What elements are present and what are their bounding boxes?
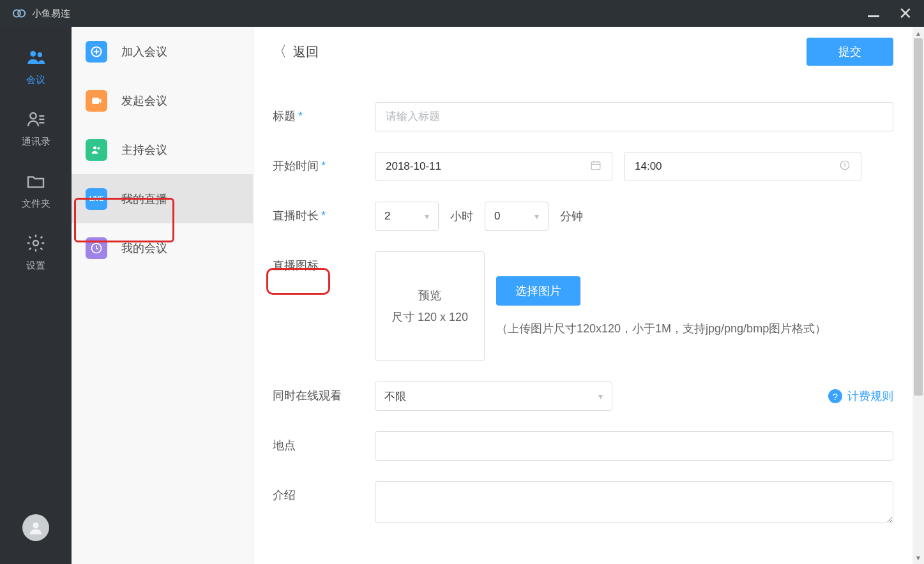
select-value: 不限 [384, 389, 406, 404]
nav-item-folder[interactable]: 文件夹 [22, 168, 50, 210]
sidebar-item-label: 我的会议 [121, 241, 167, 256]
avatar[interactable] [22, 514, 49, 541]
svg-point-2 [30, 51, 36, 57]
sidebar-item-join-meeting[interactable]: 加入会议 [72, 27, 253, 76]
titlebar: 小鱼易连 ✕ [0, 0, 924, 27]
sidebar-item-label: 主持会议 [121, 142, 167, 158]
content-header: 〈 返回 提交 [273, 27, 893, 77]
row-duration: 直播时长* 2 ▾ 小时 0 ▾ 分钟 [273, 202, 893, 231]
svg-rect-13 [92, 98, 99, 104]
clock-icon [86, 237, 107, 259]
hours-suffix: 小时 [450, 209, 473, 224]
svg-point-4 [30, 113, 36, 119]
question-icon: ? [828, 389, 842, 403]
chevron-down-icon: ▾ [534, 211, 539, 221]
select-value: 0 [494, 210, 500, 223]
svg-point-9 [33, 523, 38, 528]
concurrent-select[interactable]: 不限 ▾ [375, 382, 612, 411]
scroll-up-arrow[interactable]: ▲ [915, 28, 921, 38]
nav-item-settings[interactable]: 设置 [23, 230, 49, 272]
svg-rect-17 [591, 161, 600, 169]
row-live-icon: 直播图标 预览 尺寸 120 x 120 选择图片 （上传图片尺寸120x120… [273, 251, 893, 361]
nav-item-label: 通讯录 [22, 136, 50, 148]
minutes-select[interactable]: 0 ▾ [485, 202, 549, 231]
billing-rules-link[interactable]: ? 计费规则 [828, 389, 893, 404]
sidebar-item-my-live[interactable]: LIVE 我的直播 [72, 174, 253, 223]
field-label: 开始时间 [273, 160, 319, 172]
row-intro: 介绍 [273, 481, 893, 523]
required-marker: * [321, 209, 326, 222]
sidebar-item-label: 发起会议 [121, 93, 167, 108]
date-value: 2018-10-11 [386, 160, 441, 173]
sidebar-item-host-meeting[interactable]: 主持会议 [72, 125, 253, 174]
nav-rail: 会议 通讯录 文件夹 设置 [0, 27, 72, 564]
time-input[interactable]: 14:00 [624, 152, 861, 181]
minimize-button[interactable] [868, 15, 879, 17]
clock-icon [839, 160, 851, 174]
field-label: 直播时长 [273, 209, 319, 222]
sidebar-item-start-meeting[interactable]: 发起会议 [72, 76, 253, 125]
nav-item-label: 文件夹 [22, 198, 50, 210]
row-title: 标题* [273, 102, 893, 131]
app-title: 小鱼易连 [32, 8, 70, 20]
start-meeting-icon [86, 90, 107, 112]
plus-icon [86, 41, 107, 63]
host-meeting-icon [86, 139, 107, 161]
back-label: 返回 [293, 43, 319, 61]
intro-textarea[interactable] [375, 481, 893, 523]
field-label: 介绍 [273, 489, 296, 501]
nav-item-label: 设置 [26, 260, 45, 272]
minutes-suffix: 分钟 [560, 209, 583, 224]
sidebar-item-my-meeting[interactable]: 我的会议 [72, 223, 253, 272]
chevron-left-icon: 〈 [273, 42, 287, 61]
field-label: 标题 [273, 110, 296, 122]
field-label: 地点 [273, 439, 296, 452]
chevron-down-icon: ▾ [425, 211, 429, 221]
preview-label: 预览 [418, 288, 441, 303]
scroll-thumb[interactable] [914, 38, 923, 396]
svg-point-1 [18, 10, 25, 17]
vertical-scrollbar[interactable]: ▲ ▼ [913, 27, 924, 564]
required-marker: * [298, 110, 303, 122]
sidebar: 加入会议 发起会议 主持会议 LIVE 我的直播 我的会议 [72, 27, 254, 564]
select-value: 2 [384, 210, 390, 223]
nav-item-contacts[interactable]: 通讯录 [22, 107, 50, 148]
upload-hint: （上传图片尺寸120x120，小于1M，支持jpg/png/bmp图片格式） [496, 321, 893, 336]
svg-point-8 [33, 241, 38, 246]
svg-point-3 [38, 52, 42, 57]
scroll-track[interactable] [913, 38, 924, 553]
app-logo-icon [11, 6, 27, 21]
location-input[interactable] [375, 431, 893, 461]
content: 〈 返回 提交 标题* 开始时间* 2018-10-11 14:0 [254, 27, 924, 564]
nav-item-meeting[interactable]: 会议 [23, 45, 49, 86]
chevron-down-icon: ▾ [598, 391, 603, 401]
calendar-icon [590, 160, 602, 174]
hours-select[interactable]: 2 ▾ [375, 202, 439, 231]
svg-point-15 [97, 147, 100, 149]
field-label: 同时在线观看 [273, 389, 342, 402]
row-location: 地点 [273, 431, 893, 461]
time-value: 14:00 [635, 160, 662, 173]
pick-image-button[interactable]: 选择图片 [496, 276, 580, 306]
submit-button[interactable]: 提交 [807, 38, 893, 66]
close-button[interactable]: ✕ [898, 4, 913, 24]
contacts-icon [23, 107, 49, 132]
nav-item-label: 会议 [26, 74, 45, 86]
sidebar-item-label: 加入会议 [121, 44, 167, 59]
row-start-time: 开始时间* 2018-10-11 14:00 [273, 152, 893, 181]
date-input[interactable]: 2018-10-11 [375, 152, 612, 181]
required-marker: * [321, 160, 326, 172]
folder-icon [23, 168, 49, 194]
image-preview: 预览 尺寸 120 x 120 [375, 251, 485, 361]
row-concurrent: 同时在线观看 不限 ▾ ? 计费规则 [273, 382, 893, 411]
sidebar-item-label: 我的直播 [121, 191, 167, 207]
title-input[interactable] [375, 102, 893, 131]
svg-point-14 [93, 146, 96, 149]
back-button[interactable]: 〈 返回 [273, 42, 319, 61]
preview-size: 尺寸 120 x 120 [391, 309, 468, 325]
scroll-down-arrow[interactable]: ▼ [915, 553, 921, 563]
field-label: 直播图标 [273, 259, 319, 272]
meeting-icon [23, 45, 49, 70]
live-icon: LIVE [86, 188, 107, 210]
gear-icon [23, 230, 49, 256]
